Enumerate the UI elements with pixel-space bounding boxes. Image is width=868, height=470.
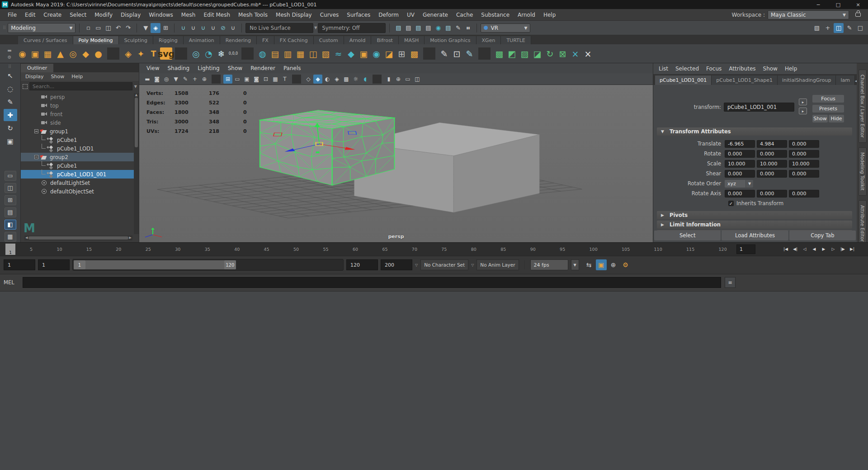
menu-item[interactable]: Select — [66, 12, 90, 18]
playback-button[interactable]: ▶ — [819, 244, 828, 254]
playback-option-icon[interactable]: ⊕ — [608, 259, 619, 270]
playback-end-field[interactable]: 120 — [346, 259, 378, 270]
menu-item[interactable]: Help — [539, 12, 560, 18]
value-field-x[interactable]: -6.965 — [725, 140, 755, 148]
value-field-y[interactable]: 0.000 — [757, 150, 787, 158]
menu-item[interactable]: Create — [39, 12, 66, 18]
outliner-row[interactable]: persp — [21, 93, 139, 101]
panel-toolbar-icon[interactable]: ▣ — [242, 75, 251, 84]
node-tab[interactable]: lam — [836, 75, 855, 85]
value-field-z[interactable]: 0.000 — [789, 170, 819, 178]
show-button[interactable]: Show — [812, 115, 828, 122]
playback-button[interactable]: ▷ — [829, 244, 838, 254]
panel-toolbar-icon[interactable]: ▮ — [384, 75, 393, 84]
panel-toolbar-icon[interactable]: ▭ — [403, 75, 412, 84]
rotate-order-dropdown[interactable]: xyz — [725, 180, 745, 188]
selection-mask-icon[interactable]: ▼ — [141, 23, 151, 33]
animation-end-field[interactable]: 200 — [381, 259, 412, 270]
menu-item[interactable]: Edit Mesh — [199, 12, 234, 18]
presets-button[interactable]: Presets — [812, 105, 844, 113]
panel-toolbar-icon[interactable]: ◙ — [152, 75, 161, 84]
shelf-tool-icon[interactable]: ◍ — [256, 47, 269, 60]
expand-toggle-icon[interactable] — [34, 129, 38, 133]
section-transform-attributes[interactable]: ▼ Transform Attributes — [657, 127, 852, 136]
file-toolbar-icon[interactable]: ▫ — [83, 23, 93, 33]
selection-mask-icon[interactable]: ◈ — [151, 23, 160, 33]
playback-button[interactable]: ◀| — [791, 244, 800, 254]
shelf-tool-icon[interactable]: ▦ — [42, 47, 54, 60]
character-set-dropdown[interactable]: No Character Set — [420, 259, 468, 270]
shelf-tool-icon[interactable] — [478, 47, 491, 60]
footer-button[interactable]: Load Attributes — [722, 230, 788, 240]
menu-item[interactable]: Modify — [90, 12, 117, 18]
time-slider[interactable]: 1 51015202530354045505560657075808590951… — [0, 242, 868, 256]
chevron-down-icon[interactable]: ▼ — [314, 26, 317, 30]
outliner-row[interactable]: side — [21, 118, 139, 127]
file-toolbar-icon[interactable]: ↷ — [123, 23, 133, 33]
panel-menu-item[interactable]: View — [146, 65, 159, 71]
render-icon[interactable]: ▤ — [423, 23, 433, 33]
attribute-editor-menu-item[interactable]: Help — [785, 66, 797, 72]
workspace-dropdown[interactable]: Maya Classic ▼ — [768, 10, 849, 19]
snap-icon[interactable]: ∪ — [188, 23, 198, 33]
panel-toolbar-icon[interactable]: ◈ — [332, 75, 341, 84]
layout-icon[interactable]: ▦ — [5, 232, 16, 242]
shelf-tool-icon[interactable] — [241, 47, 254, 60]
shelf-tab[interactable]: Curves / Surfaces — [18, 36, 73, 44]
render-icon[interactable]: ▤ — [443, 23, 453, 33]
value-field-y[interactable]: 0.000 — [757, 170, 787, 178]
playback-option-icon[interactable]: ▣ — [596, 259, 607, 270]
tool-icon[interactable]: ✎ — [4, 96, 17, 108]
outliner-row[interactable]: pCube1_LOD1 — [21, 144, 139, 153]
shelf-tool-icon[interactable]: 0,0,0 — [228, 47, 239, 60]
playback-button[interactable]: |▶ — [838, 244, 847, 254]
panel-toolbar-icon[interactable] — [292, 75, 301, 84]
attribute-scroll-area[interactable]: ▼ Transform Attributes Translate -6.965 … — [653, 125, 857, 230]
close-button[interactable]: × — [848, 0, 868, 9]
panel-toggle-icon[interactable]: ✎ — [844, 23, 854, 33]
workspace-lock-icon[interactable] — [855, 13, 861, 17]
outliner-tab[interactable]: Outliner — [21, 64, 53, 72]
tool-icon[interactable]: ◌ — [4, 83, 17, 95]
shelf-tool-icon[interactable]: ◆ — [345, 47, 357, 60]
shelf-tool-icon[interactable]: ◩ — [506, 47, 518, 60]
panel-toolbar-icon[interactable]: ⊡ — [261, 75, 270, 84]
value-field-x[interactable]: 0.000 — [725, 150, 755, 158]
inherits-transform-checkbox[interactable]: ✓ — [728, 201, 734, 206]
shelf-tool-icon[interactable]: ✎ — [438, 47, 450, 60]
snap-icon[interactable]: ∪ — [178, 23, 188, 33]
menu-item[interactable]: Mesh Display — [272, 12, 316, 18]
focus-button[interactable]: Focus — [812, 95, 844, 103]
panel-toggle-icon[interactable]: □ — [855, 23, 865, 33]
shelf-tab[interactable]: XGen — [476, 36, 501, 44]
shelf-tool-icon[interactable]: ◉ — [16, 47, 28, 60]
playback-range-bar[interactable]: 1 120 — [74, 260, 236, 269]
playback-button[interactable]: ▶| — [848, 244, 857, 254]
value-field-x[interactable]: 10.000 — [725, 160, 755, 168]
shelf-tool-icon[interactable]: × — [582, 47, 594, 60]
panel-toolbar-icon[interactable]: ☼ — [351, 75, 360, 84]
script-editor-icon[interactable]: ≡ — [725, 277, 736, 288]
animation-start-field[interactable]: 1 — [4, 259, 35, 270]
shelf-tool-icon[interactable] — [175, 47, 187, 60]
file-toolbar-icon[interactable]: ◫ — [103, 23, 113, 33]
node-tab[interactable]: pCube1_LOD1_Shape1 — [712, 75, 778, 85]
perspective-viewport[interactable]: ViewShadingLightingShowRendererPanels ▬◙… — [139, 63, 653, 242]
outliner-row[interactable]: front — [21, 110, 139, 118]
symmetry-field[interactable]: Symmetry: Off — [318, 23, 386, 33]
outliner-row[interactable]: defaultLightSet — [21, 179, 139, 187]
panel-toolbar-icon[interactable]: + — [190, 75, 199, 84]
shelf-tool-icon[interactable]: ◪ — [531, 47, 543, 60]
panel-menu-item[interactable]: Lighting — [198, 65, 220, 71]
tool-icon[interactable]: ↻ — [4, 122, 17, 134]
render-icon[interactable]: ✎ — [453, 23, 463, 33]
playback-button[interactable]: ◀ — [810, 244, 819, 254]
panel-toolbar-icon[interactable]: T — [280, 75, 289, 84]
shelf-tool-icon[interactable]: ◫ — [307, 47, 319, 60]
panel-toolbar-icon[interactable]: ▩ — [342, 75, 351, 84]
value-field-y[interactable]: 10.000 — [757, 160, 787, 168]
fps-dropdown[interactable]: 24 fps — [530, 259, 568, 270]
outliner-row[interactable]: group1 — [21, 127, 139, 136]
playback-start-field[interactable]: 1 — [38, 259, 70, 270]
render-icon[interactable]: ▤ — [393, 23, 403, 33]
